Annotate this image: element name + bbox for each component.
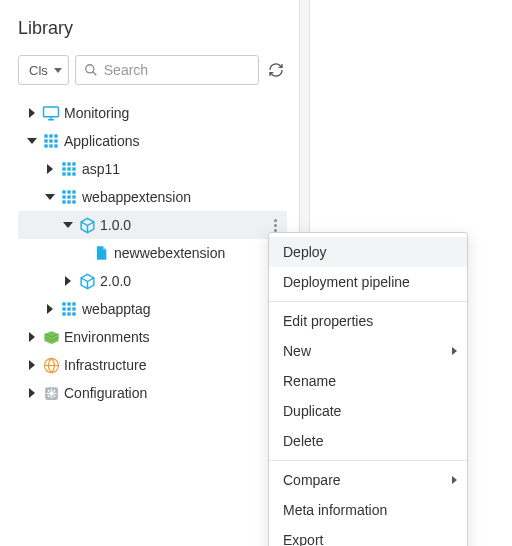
infrastructure-icon	[42, 356, 60, 374]
search-input[interactable]	[104, 62, 250, 78]
gear-icon	[42, 384, 60, 402]
filter-label: Cls	[29, 63, 48, 78]
menu-separator	[269, 460, 467, 461]
chevron-down-icon	[54, 68, 62, 73]
svg-rect-36	[67, 307, 70, 310]
expand-icon[interactable]	[26, 387, 38, 399]
menu-label: Edit properties	[283, 313, 373, 329]
svg-rect-29	[62, 200, 65, 203]
tree-item-infrastructure[interactable]: Infrastructure	[18, 351, 287, 379]
tree-item-configuration[interactable]: Configuration	[18, 379, 287, 407]
menu-item-edit-properties[interactable]: Edit properties	[269, 306, 467, 336]
tree-item-newwebextension[interactable]: newwebextension	[18, 239, 287, 267]
apps-icon	[60, 300, 78, 318]
menu-item-duplicate[interactable]: Duplicate	[269, 396, 467, 426]
svg-rect-28	[72, 195, 75, 198]
menu-item-delete[interactable]: Delete	[269, 426, 467, 456]
svg-rect-11	[44, 144, 47, 147]
collapse-icon[interactable]	[44, 191, 56, 203]
svg-rect-21	[67, 172, 70, 175]
expand-icon[interactable]	[44, 303, 56, 315]
collapse-icon[interactable]	[62, 219, 74, 231]
expand-icon[interactable]	[26, 359, 38, 371]
svg-rect-12	[49, 144, 52, 147]
tree-label: webappextension	[82, 189, 191, 205]
menu-label: New	[283, 343, 311, 359]
svg-rect-22	[72, 172, 75, 175]
svg-rect-14	[62, 162, 65, 165]
menu-item-rename[interactable]: Rename	[269, 366, 467, 396]
menu-item-new[interactable]: New	[269, 336, 467, 366]
tree-item-webappextension[interactable]: webappextension	[18, 183, 287, 211]
svg-rect-30	[67, 200, 70, 203]
tree-item-environments[interactable]: Environments	[18, 323, 287, 351]
tree-item-version-1-0-0[interactable]: 1.0.0	[18, 211, 287, 239]
tree-label: Configuration	[64, 385, 147, 401]
svg-rect-40	[72, 312, 75, 315]
tree-label: Infrastructure	[64, 357, 146, 373]
expand-icon[interactable]	[26, 331, 38, 343]
tree-item-asp11[interactable]: asp11	[18, 155, 287, 183]
svg-point-43	[49, 391, 54, 396]
menu-label: Rename	[283, 373, 336, 389]
svg-rect-24	[67, 190, 70, 193]
tree-item-applications[interactable]: Applications	[18, 127, 287, 155]
menu-item-deploy[interactable]: Deploy	[269, 237, 467, 267]
tree-label: newwebextension	[114, 245, 225, 261]
file-icon	[92, 244, 110, 262]
tree-label: 1.0.0	[100, 217, 131, 233]
menu-item-compare[interactable]: Compare	[269, 465, 467, 495]
tree-item-version-2-0-0[interactable]: 2.0.0	[18, 267, 287, 295]
svg-point-0	[86, 65, 94, 73]
svg-rect-10	[54, 139, 57, 142]
expand-icon[interactable]	[26, 107, 38, 119]
filter-dropdown[interactable]: Cls	[18, 55, 69, 85]
svg-rect-6	[49, 134, 52, 137]
tree: Monitoring Applications	[18, 99, 287, 407]
menu-item-deployment-pipeline[interactable]: Deployment pipeline	[269, 267, 467, 297]
environments-icon	[42, 328, 60, 346]
svg-rect-19	[72, 167, 75, 170]
refresh-button[interactable]	[265, 59, 287, 81]
apps-icon	[42, 132, 60, 150]
svg-rect-20	[62, 172, 65, 175]
tree-item-monitoring[interactable]: Monitoring	[18, 99, 287, 127]
svg-line-1	[93, 72, 97, 76]
svg-rect-5	[44, 134, 47, 137]
search-box[interactable]	[75, 55, 259, 85]
apps-icon	[60, 188, 78, 206]
svg-rect-8	[44, 139, 47, 142]
svg-line-51	[53, 389, 54, 390]
svg-rect-37	[72, 307, 75, 310]
package-icon	[78, 272, 96, 290]
menu-separator	[269, 301, 467, 302]
svg-rect-31	[72, 200, 75, 203]
svg-rect-34	[72, 302, 75, 305]
svg-rect-18	[67, 167, 70, 170]
svg-rect-9	[49, 139, 52, 142]
menu-item-export[interactable]: Export	[269, 525, 467, 546]
tree-label: Environments	[64, 329, 150, 345]
svg-rect-38	[62, 312, 65, 315]
monitor-icon	[42, 104, 60, 122]
menu-label: Compare	[283, 472, 341, 488]
menu-label: Deployment pipeline	[283, 274, 410, 290]
tree-label: webapptag	[82, 301, 151, 317]
svg-rect-25	[72, 190, 75, 193]
collapse-icon[interactable]	[26, 135, 38, 147]
svg-rect-26	[62, 195, 65, 198]
svg-rect-7	[54, 134, 57, 137]
apps-icon	[60, 160, 78, 178]
menu-label: Export	[283, 532, 323, 546]
expand-icon[interactable]	[44, 163, 56, 175]
tree-item-webapptag[interactable]: webapptag	[18, 295, 287, 323]
context-menu: Deploy Deployment pipeline Edit properti…	[268, 232, 468, 546]
svg-rect-15	[67, 162, 70, 165]
svg-rect-33	[67, 302, 70, 305]
menu-item-meta-information[interactable]: Meta information	[269, 495, 467, 525]
svg-rect-2	[44, 107, 59, 117]
svg-rect-32	[62, 302, 65, 305]
menu-label: Duplicate	[283, 403, 341, 419]
svg-rect-17	[62, 167, 65, 170]
expand-icon[interactable]	[62, 275, 74, 287]
